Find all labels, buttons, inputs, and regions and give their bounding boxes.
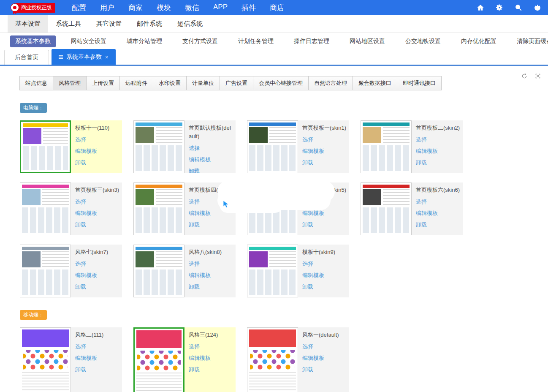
style-settings-tab[interactable]: 聚合数据接口 <box>353 76 397 90</box>
thumb-decoration <box>249 251 268 267</box>
top-menu-item[interactable]: APP <box>213 3 228 13</box>
edit-template-link[interactable]: 编辑模板 <box>75 272 120 279</box>
style-settings-tab[interactable]: 上传设置 <box>86 76 120 90</box>
close-tab-icon[interactable]: × <box>105 54 109 60</box>
select-template-link[interactable]: 选择 <box>302 136 347 144</box>
window-tab-label: 系统基本参数 <box>66 53 102 61</box>
thumb-decoration <box>43 128 68 144</box>
mouse-cursor-icon <box>223 200 230 209</box>
uninstall-template-link[interactable]: 卸载 <box>302 366 347 373</box>
top-menu-item[interactable]: 插件 <box>241 3 256 13</box>
power-icon[interactable] <box>534 4 541 11</box>
uninstall-template-link[interactable]: 卸载 <box>416 221 461 229</box>
settings-sub-nav-item[interactable]: 支付方式设置 <box>177 35 223 47</box>
template-thumbnail <box>20 327 71 392</box>
pc-section-badge: 电脑端： <box>20 103 47 113</box>
settings-category-item[interactable]: 系统工具 <box>48 15 89 33</box>
settings-category-item[interactable]: 邮件系统 <box>129 15 170 33</box>
thumb-decoration <box>363 145 410 171</box>
select-template-link[interactable]: 选择 <box>189 343 234 351</box>
select-template-link[interactable]: 选择 <box>189 260 234 268</box>
settings-sub-nav-item[interactable]: 网站地区设置 <box>345 35 390 47</box>
settings-sub-nav-item[interactable]: 内存优化配置 <box>456 35 502 47</box>
uninstall-template-link[interactable]: 卸载 <box>416 159 461 166</box>
style-settings-tab[interactable]: 自然语言处理 <box>308 76 353 90</box>
settings-category-item[interactable]: 短信系统 <box>170 15 210 33</box>
style-settings-tab[interactable]: 会员中心链接管理 <box>253 76 309 90</box>
edit-template-link[interactable]: 编辑模板 <box>416 210 461 217</box>
thumb-decoration <box>363 127 381 143</box>
edit-template-link[interactable]: 编辑模板 <box>302 147 347 155</box>
select-template-link[interactable]: 选择 <box>302 260 347 268</box>
uninstall-template-link[interactable]: 卸载 <box>189 366 234 373</box>
select-template-link[interactable]: 选择 <box>75 343 120 351</box>
top-menu-item[interactable]: 用户 <box>100 3 114 13</box>
select-template-link[interactable]: 选择 <box>75 260 120 268</box>
window-tab[interactable]: 系统基本参数 × <box>52 49 116 65</box>
template-title: 模板十(skin9) <box>302 248 347 256</box>
top-menu-item[interactable]: 模块 <box>157 3 171 13</box>
settings-sub-nav-item[interactable]: 城市分站管理 <box>122 35 167 47</box>
thumb-decoration <box>136 207 182 233</box>
template-info: 首页模板二(skin2) 选择 编辑模板 卸载 <box>412 120 463 173</box>
top-menu-item[interactable]: 配置 <box>72 3 86 13</box>
settings-sub-nav: 系统基本参数网站安全设置城市分站管理支付方式设置计划任务管理操作日志管理网站地区… <box>0 33 548 50</box>
edit-template-link[interactable]: 编辑模板 <box>75 147 120 155</box>
style-settings-tab[interactable]: 广告设置 <box>220 76 253 90</box>
thumb-decoration <box>156 189 182 205</box>
thumb-decoration <box>249 122 296 126</box>
settings-sub-nav-item[interactable]: 计划任务管理 <box>233 35 279 47</box>
select-template-link[interactable]: 选择 <box>75 198 120 206</box>
settings-sub-nav-item[interactable]: 系统基本参数 <box>10 35 56 47</box>
style-settings-tab[interactable]: 水印设置 <box>153 76 187 90</box>
uninstall-template-link[interactable]: 卸载 <box>75 283 120 291</box>
edit-template-link[interactable]: 编辑模板 <box>189 156 234 163</box>
window-tab[interactable]: 后台首页 <box>4 50 49 65</box>
uninstall-template-link[interactable]: 卸载 <box>189 167 234 173</box>
style-settings-tab[interactable]: 远程附件 <box>119 76 153 90</box>
style-settings-tab[interactable]: 风格管理 <box>53 76 87 90</box>
edit-template-link[interactable]: 编辑模板 <box>189 354 234 362</box>
top-menu-item[interactable]: 商家 <box>128 3 143 13</box>
edit-template-link[interactable]: 编辑模板 <box>302 272 347 279</box>
edit-template-link[interactable]: 编辑模板 <box>75 210 120 217</box>
settings-sub-nav-item[interactable]: 清除页面缓存 <box>512 35 548 47</box>
uninstall-template-link[interactable]: 卸载 <box>75 159 120 166</box>
uninstall-template-link[interactable]: 卸载 <box>75 366 120 373</box>
gear-icon[interactable] <box>496 4 503 11</box>
uninstall-template-link[interactable]: 卸载 <box>302 159 347 166</box>
top-menu-item[interactable]: 商店 <box>270 3 284 13</box>
refresh-icon[interactable] <box>521 73 528 79</box>
thumb-decoration <box>136 127 154 143</box>
template-card: 风格八(skin8) 选择 编辑模板 卸载 <box>133 245 236 297</box>
edit-template-link[interactable]: 编辑模板 <box>302 354 347 362</box>
style-settings-tab[interactable]: 站点信息 <box>19 76 53 90</box>
fullscreen-icon[interactable] <box>534 73 541 79</box>
style-settings-tab[interactable]: 计量单位 <box>186 76 220 90</box>
select-template-link[interactable]: 选择 <box>416 198 461 206</box>
settings-sub-nav-item[interactable]: 公交地铁设置 <box>400 35 446 47</box>
home-icon[interactable] <box>477 4 484 11</box>
edit-template-link[interactable]: 编辑模板 <box>189 272 234 279</box>
edit-template-link[interactable]: 编辑模板 <box>75 354 120 362</box>
thumb-decoration <box>249 127 268 143</box>
settings-sub-nav-item[interactable]: 网站安全设置 <box>66 35 111 47</box>
style-settings-tab[interactable]: 即时通讯接口 <box>397 76 442 90</box>
settings-category-item[interactable]: 基本设置 <box>8 15 48 33</box>
uninstall-template-link[interactable]: 卸载 <box>189 221 234 229</box>
settings-sub-nav-item[interactable]: 操作日志管理 <box>289 35 334 47</box>
thumb-decoration <box>23 128 41 144</box>
uninstall-template-link[interactable]: 卸载 <box>302 283 347 291</box>
edit-template-link[interactable]: 编辑模板 <box>302 210 347 217</box>
select-template-link[interactable]: 选择 <box>75 136 120 144</box>
uninstall-template-link[interactable]: 卸载 <box>75 221 120 229</box>
search-icon[interactable] <box>515 4 522 11</box>
uninstall-template-link[interactable]: 卸载 <box>302 221 347 229</box>
top-menu-item[interactable]: 微信 <box>185 3 199 13</box>
select-template-link[interactable]: 选择 <box>416 136 461 144</box>
select-template-link[interactable]: 选择 <box>302 343 347 351</box>
uninstall-template-link[interactable]: 卸载 <box>189 283 234 291</box>
settings-category-item[interactable]: 其它设置 <box>89 15 129 33</box>
select-template-link[interactable]: 选择 <box>189 144 234 152</box>
edit-template-link[interactable]: 编辑模板 <box>416 147 461 155</box>
